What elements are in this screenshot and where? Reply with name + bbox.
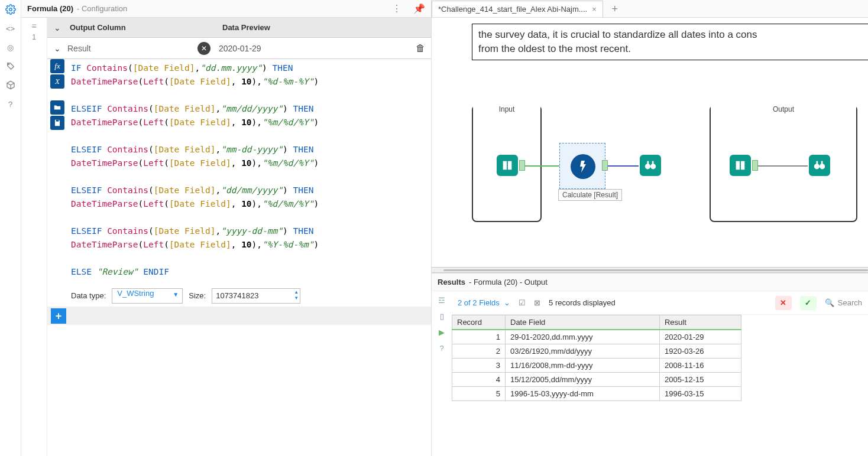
- cube-icon[interactable]: [5, 79, 17, 91]
- panel-title: Formula (20): [27, 4, 73, 13]
- col-header[interactable]: Record: [452, 315, 506, 330]
- container-label: Output: [711, 105, 856, 113]
- svg-point-4: [650, 164, 656, 169]
- size-label: Size:: [189, 291, 206, 300]
- cell-date-field: 29-01-2020,dd.mm.yyyy: [506, 330, 660, 344]
- connection: [524, 165, 559, 167]
- cell-date-field: 15/12/2005,dd/mm/yyyy: [506, 373, 660, 387]
- results-panel: Results - Formula (20) - Output ☲ ▯ ▶ ? …: [432, 273, 868, 456]
- col-header[interactable]: Date Field: [506, 315, 660, 330]
- svg-point-0: [9, 8, 12, 11]
- horizontal-splitter[interactable]: [432, 267, 868, 273]
- svg-rect-5: [647, 161, 649, 165]
- table-row[interactable]: 51996-15-03,yyyy-dd-mm1996-03-15: [452, 387, 741, 401]
- configuration-panel: Formula (20) - Configuration ⋮ 📌 ≡ 1 ⌄ O…: [21, 0, 432, 456]
- cancel-button[interactable]: ✕: [775, 296, 792, 310]
- formula-tool[interactable]: [571, 154, 595, 179]
- data-preview-header: Data Preview: [222, 23, 270, 32]
- svg-point-8: [820, 164, 825, 169]
- code-icon[interactable]: <>: [5, 22, 17, 34]
- svg-point-7: [814, 164, 820, 169]
- browse-tool[interactable]: [809, 155, 830, 176]
- panel-subtitle: - Configuration: [77, 4, 127, 13]
- tab-label: *Challenge_414_start_file_Alex Abi-Najm.…: [438, 5, 587, 14]
- svg-rect-10: [821, 161, 823, 165]
- panel-title-bar: Formula (20) - Configuration ⋮ 📌: [21, 0, 431, 18]
- help-icon[interactable]: ?: [5, 98, 17, 110]
- col-header[interactable]: Result: [659, 315, 741, 330]
- chevron-down-icon[interactable]: ⌄: [47, 44, 67, 53]
- results-icon-bar: ☲ ▯ ▶ ?: [432, 291, 452, 456]
- target-icon[interactable]: ◎: [5, 41, 17, 53]
- formula-editor[interactable]: IF Contains([Date Field],"dd.mm.yyyy") T…: [67, 59, 431, 281]
- table-row[interactable]: 311/16/2008,mm-dd-yyyy2008-11-16: [452, 359, 741, 373]
- save-icon[interactable]: [50, 116, 64, 130]
- datatype-row: Data type: V_WString Size: 1073741823▲▼: [47, 285, 431, 307]
- tab-workflow[interactable]: *Challenge_414_start_file_Alex Abi-Najm.…: [432, 1, 603, 17]
- columns-header: ⌄ Output Column Data Preview: [47, 18, 431, 38]
- output-column-input[interactable]: [67, 41, 197, 56]
- connection: [756, 165, 808, 167]
- svg-point-3: [645, 164, 650, 169]
- cell-date-field: 03/26/1920,mm/dd/yyyy: [506, 344, 660, 359]
- container-label: Input: [473, 105, 540, 113]
- spinner-icon[interactable]: ▲▼: [294, 289, 299, 301]
- cell-record: 1: [452, 330, 506, 344]
- search-input[interactable]: 🔍 Search: [825, 298, 862, 307]
- svg-point-1: [8, 64, 9, 65]
- tag-icon[interactable]: [5, 60, 17, 72]
- row-number: 1: [32, 33, 36, 41]
- connection: [605, 165, 639, 167]
- workflow-canvas[interactable]: the survey data, it is crucial to standa…: [432, 18, 868, 267]
- formula-tool-selected[interactable]: [559, 143, 605, 189]
- tool-annotation: Calculate [Result]: [558, 189, 622, 201]
- cell-date-field: 11/16/2008,mm-dd-yyyy: [506, 359, 660, 373]
- svg-rect-9: [817, 161, 818, 165]
- column-icon[interactable]: ▯: [440, 312, 444, 321]
- list-icon[interactable]: ☲: [438, 296, 445, 305]
- datatype-select[interactable]: V_WString: [112, 288, 183, 304]
- folder-icon[interactable]: [50, 100, 64, 115]
- x-var-icon[interactable]: X: [50, 74, 64, 89]
- input-tool[interactable]: [730, 155, 751, 176]
- output-column-header: Output Column: [67, 23, 222, 32]
- cell-date-field: 1996-15-03,yyyy-dd-mm: [506, 387, 660, 401]
- more-icon[interactable]: ⋮: [392, 3, 401, 14]
- close-icon[interactable]: ×: [592, 5, 597, 14]
- output-anchor[interactable]: [602, 160, 608, 171]
- anchor-out-icon[interactable]: ▶: [439, 328, 445, 337]
- results-table: Record Date Field Result 129-01-2020,dd.…: [452, 315, 741, 401]
- browse-tool[interactable]: [640, 155, 661, 176]
- preview-value: 2020-01-29: [219, 44, 416, 53]
- fx-icon[interactable]: fx: [50, 59, 64, 73]
- results-toolbar: 2 of 2 Fields ⌄ ☑ ⊠ 5 records displayed …: [452, 291, 868, 315]
- output-anchor[interactable]: [752, 160, 758, 171]
- help-icon[interactable]: ?: [439, 344, 443, 353]
- pin-icon[interactable]: 📌: [413, 3, 425, 14]
- input-tool[interactable]: [497, 155, 518, 176]
- add-row-bar: +: [47, 307, 431, 325]
- table-row[interactable]: 203/26/1920,mm/dd/yyyy1920-03-26: [452, 344, 741, 359]
- delete-icon[interactable]: 🗑: [416, 43, 425, 54]
- svg-rect-2: [56, 120, 59, 122]
- chevron-down-icon[interactable]: ⌄: [47, 23, 67, 32]
- fields-dropdown[interactable]: 2 of 2 Fields ⌄: [458, 298, 510, 307]
- output-anchor[interactable]: [519, 160, 525, 171]
- gear-icon[interactable]: [5, 4, 17, 15]
- results-title-bar: Results - Formula (20) - Output: [432, 273, 868, 291]
- drag-handle-icon[interactable]: ≡: [31, 21, 36, 31]
- clear-icon[interactable]: ✕: [197, 42, 210, 55]
- checkbox-icon[interactable]: ☑: [519, 298, 526, 307]
- output-row: ⌄ ✕ 2020-01-29 🗑: [47, 38, 431, 59]
- size-input[interactable]: 1073741823▲▼: [212, 288, 300, 304]
- x-box-icon[interactable]: ⊠: [534, 298, 540, 307]
- table-row[interactable]: 129-01-2020,dd.mm.yyyy2020-01-29: [452, 330, 741, 344]
- add-button[interactable]: +: [51, 308, 66, 324]
- results-title: Results: [438, 278, 465, 286]
- apply-button[interactable]: ✓: [800, 296, 817, 310]
- table-row[interactable]: 415/12/2005,dd/mm/yyyy2005-12-15: [452, 373, 741, 387]
- workflow-tabs: *Challenge_414_start_file_Alex Abi-Najm.…: [432, 0, 868, 18]
- cell-result: 2020-01-29: [659, 330, 741, 344]
- new-tab-button[interactable]: +: [607, 1, 623, 17]
- datatype-label: Data type:: [71, 291, 106, 300]
